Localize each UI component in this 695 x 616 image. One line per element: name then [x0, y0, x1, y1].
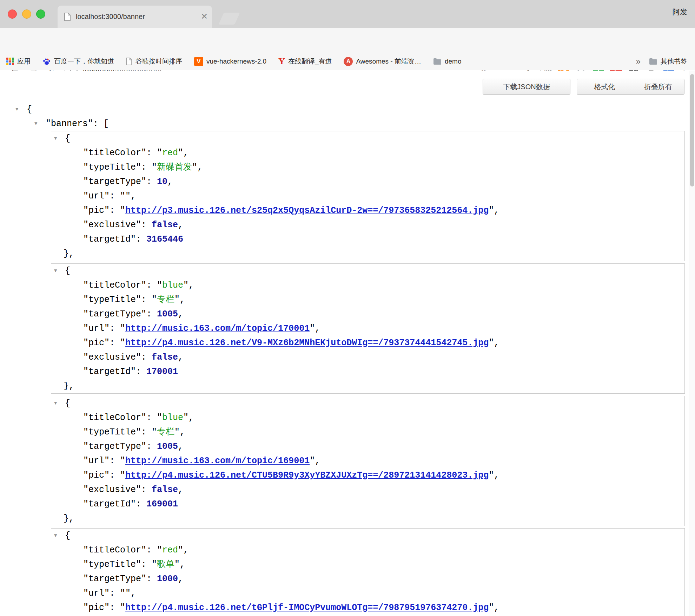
download-json-button[interactable]: 下载JSON数据	[483, 79, 570, 95]
json-key: "url"	[83, 191, 110, 201]
collapse-toggle-icon[interactable]: ▼	[54, 396, 57, 411]
json-line: "pic": "http://p4.music.126.net/CTU5B9R9…	[51, 468, 684, 483]
json-key: "targetId"	[83, 234, 136, 244]
json-token: ,	[494, 470, 499, 480]
json-key: "targetType"	[83, 309, 146, 319]
minimize-window-button[interactable]	[22, 9, 31, 19]
json-token: :	[110, 323, 120, 334]
json-link-value[interactable]: http://music.163.com/m/topic/169001	[125, 456, 310, 466]
json-token: "	[125, 588, 131, 598]
json-token: "	[152, 559, 157, 570]
json-link-value[interactable]: http://p4.music.126.net/V9-MXz6b2MNhEKju…	[125, 338, 489, 348]
json-key: "url"	[83, 323, 110, 334]
json-token: "	[183, 413, 188, 423]
json-token: "	[183, 280, 188, 290]
bookmark-apps[interactable]: 应用	[6, 57, 31, 66]
maximize-window-button[interactable]	[36, 9, 45, 19]
json-token: ,	[180, 295, 185, 305]
json-token: :	[141, 220, 152, 230]
bookmark-youdao[interactable]: Y 在线翻译_有道	[278, 56, 332, 67]
folder-icon	[433, 58, 442, 65]
json-token: "	[120, 603, 125, 613]
json-number-value: 1005	[157, 441, 178, 452]
json-string-value: blue	[162, 280, 183, 290]
json-string-value: blue	[162, 413, 183, 423]
collapse-toggle-icon[interactable]: ▼	[15, 102, 18, 117]
close-window-button[interactable]	[8, 9, 17, 19]
json-token: ,	[315, 456, 320, 466]
json-link-value[interactable]: http://p4.music.126.net/CTU5B9R9y3XyYBZX…	[125, 470, 489, 480]
json-line: "typeTitle": "新碟首发",	[51, 160, 684, 175]
format-button[interactable]: 格式化	[577, 79, 633, 95]
json-line: "targetId": 3165446	[51, 232, 684, 247]
json-link-value[interactable]: http://p3.music.126.net/s25q2x5QyqsAzilC…	[125, 205, 489, 216]
bookmark-baidu[interactable]: 百度一下，你就知道	[42, 57, 114, 66]
json-line: ▼{	[51, 396, 684, 411]
json-line: "targetType": 1000,	[51, 572, 684, 586]
collapse-toggle-icon[interactable]: ▼	[54, 529, 57, 543]
json-token: "	[310, 323, 315, 334]
json-token: "	[174, 427, 180, 437]
browser-toolbar: ← → ⟳ i localhost:3000/banner ☆ V 英en FE…	[0, 28, 695, 53]
json-key: "pic"	[83, 338, 110, 348]
json-token: "	[174, 559, 180, 570]
bookmark-demo-folder[interactable]: demo	[433, 58, 462, 65]
json-token: "	[178, 545, 183, 555]
json-token: :	[146, 177, 157, 187]
collapse-toggle-icon[interactable]: ▼	[54, 131, 57, 146]
scrollbar-track[interactable]	[689, 71, 695, 616]
bookmarks-bar: 应用 百度一下，你就知道 谷歌按时间排序 V vue-hackernews-2.…	[0, 53, 695, 70]
json-key: "url"	[83, 456, 110, 466]
json-line: "targetId": 170001	[51, 365, 684, 379]
json-token: ,	[178, 441, 183, 452]
bookmark-vue-hackernews[interactable]: V vue-hackernews-2.0	[194, 57, 266, 66]
json-key: "exclusive"	[83, 220, 141, 230]
bookmark-google-sort[interactable]: 谷歌按时间排序	[126, 57, 182, 66]
collapse-toggle-icon[interactable]: ▼	[54, 264, 57, 278]
json-token: "	[178, 148, 183, 158]
json-token: :	[141, 295, 152, 305]
json-line: ▼{	[0, 102, 689, 117]
tab-close-icon[interactable]: ✕	[201, 12, 208, 21]
new-tab-button[interactable]	[218, 13, 240, 25]
bookmark-label: 应用	[17, 57, 31, 66]
json-key: "targetId"	[83, 499, 136, 509]
json-token: ,	[188, 280, 194, 290]
json-link-value[interactable]: http://music.163.com/m/topic/170001	[125, 323, 310, 334]
json-token: ,	[178, 485, 183, 495]
json-line: "titleColor": "blue",	[51, 278, 684, 293]
collapse-all-button[interactable]: 折叠所有	[632, 79, 684, 95]
json-line: "targetType": 10,	[51, 175, 684, 189]
json-token: ,	[197, 162, 203, 172]
json-key: "targetType"	[83, 441, 146, 452]
json-token: :	[110, 470, 120, 480]
bookmark-label: Awesomes - 前端资…	[356, 57, 421, 66]
json-key: "exclusive"	[83, 352, 141, 362]
json-line: "exclusive": false,	[51, 218, 684, 232]
json-boolean-value: false	[152, 352, 178, 362]
bookmark-awesomes[interactable]: A Awesomes - 前端资…	[344, 57, 421, 66]
json-key: "titleColor"	[83, 280, 146, 290]
json-token: :	[146, 280, 157, 290]
browser-tab[interactable]: localhost:3000/banner ✕	[58, 6, 212, 28]
json-brace: {	[65, 531, 70, 541]
json-line: "exclusive": false,	[51, 483, 684, 497]
json-link-value[interactable]: http://p4.music.126.net/tGPljf-IMOCyPvum…	[125, 603, 489, 613]
json-array-entry: ▼{"titleColor": "blue","typeTitle": "专栏"…	[51, 396, 685, 526]
other-bookmarks-folder[interactable]: 其他书签	[649, 57, 687, 66]
scrollbar-thumb[interactable]	[690, 74, 694, 186]
json-line: },	[51, 379, 684, 393]
json-line: "url": "http://music.163.com/m/topic/170…	[51, 321, 684, 336]
collapse-toggle-icon[interactable]: ▼	[34, 117, 37, 131]
json-token: ,	[315, 323, 320, 334]
json-token: :	[141, 162, 152, 172]
json-token: "	[489, 470, 494, 480]
bookmark-label: 百度一下，你就知道	[54, 57, 114, 66]
json-key: "titleColor"	[83, 148, 146, 158]
json-key: "pic"	[83, 205, 110, 216]
json-token: "	[489, 603, 494, 613]
json-line: },	[51, 511, 684, 526]
json-token: "	[489, 338, 494, 348]
bookmarks-overflow-icon[interactable]: »	[636, 57, 641, 66]
profile-name[interactable]: 阿发	[673, 7, 687, 17]
